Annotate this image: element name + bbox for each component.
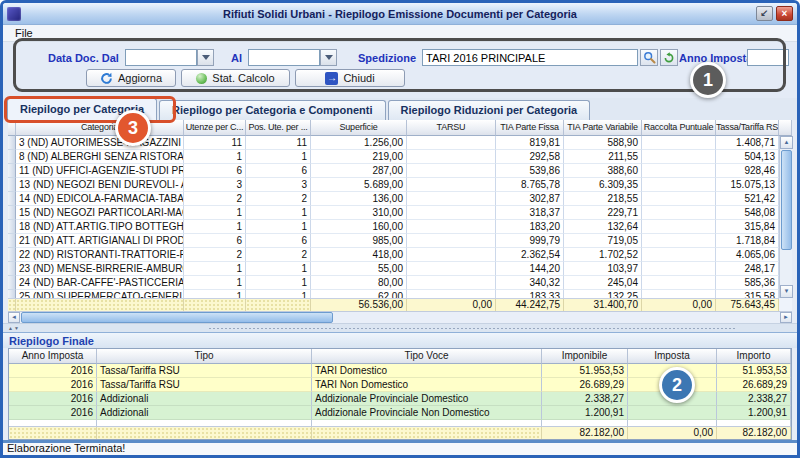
- aggiorna-button[interactable]: Aggiorna: [86, 69, 176, 87]
- table-row[interactable]: 24 (ND) BAR-CAFFE'-PASTICCERIA 1 1 80,00…: [8, 276, 779, 290]
- cell-tia-variabile: 388,60: [564, 164, 642, 178]
- col-tarsu[interactable]: TARSU: [407, 120, 496, 136]
- cell-tia-variabile: 245,04: [564, 276, 642, 290]
- col-tia-variabile[interactable]: TIA Parte Variabile: [564, 120, 642, 136]
- vertical-scrollbar-track[interactable]: [780, 251, 792, 285]
- col-tassa-rsu[interactable]: Tassa/Tariffa RSU: [716, 120, 779, 136]
- col-raccolta[interactable]: Raccolta Puntuale: [642, 120, 716, 136]
- empty-row: [9, 420, 791, 426]
- row-selector[interactable]: [8, 248, 16, 262]
- cell-categoria: 11 (ND) UFFICI-AGENZIE-STUDI PROFES: [16, 164, 184, 178]
- row-selector[interactable]: [8, 220, 16, 234]
- vertical-scrollbar[interactable]: ▲ ▼: [779, 136, 792, 298]
- row-selector[interactable]: [8, 192, 16, 206]
- horizontal-scrollbar-thumb[interactable]: [21, 312, 333, 323]
- tab-riepilogo-riduzioni[interactable]: Riepilogo Riduzioni per Categoria: [388, 100, 591, 120]
- horizontal-scrollbar[interactable]: ◄ ►: [8, 311, 792, 323]
- col-tipo-voce[interactable]: Tipo Voce: [312, 349, 542, 364]
- cell-imposta: [628, 406, 717, 420]
- table-row[interactable]: 22 (ND) RISTORANTI-TRATTORIE-PIZZER 2 2 …: [8, 248, 779, 262]
- anno-imposta-input[interactable]: [747, 49, 789, 66]
- cell-utenze: 3: [184, 178, 246, 192]
- cell-raccolta: [642, 234, 716, 248]
- restore-button[interactable]: ↙: [756, 6, 773, 21]
- row-selector[interactable]: [8, 136, 16, 150]
- splitter-arrows-icon: ▲▼: [8, 324, 20, 332]
- col-imposta[interactable]: Imposta: [628, 349, 717, 364]
- table-row[interactable]: 2016 Addizionali Addizionale Provinciale…: [9, 406, 791, 420]
- col-importo[interactable]: Importo: [717, 349, 791, 364]
- cell-pos-ute: 1: [246, 276, 311, 290]
- col-tipo[interactable]: Tipo: [97, 349, 312, 364]
- table-row[interactable]: 18 (ND) ATT.ARTIG.TIPO BOTTEGHE-FAL 1 1 …: [8, 220, 779, 234]
- category-grid-body: 3 (ND) AUTORIMESSE-MAGAZZINI SENZA 11 11…: [8, 136, 779, 298]
- row-selector[interactable]: [8, 206, 16, 220]
- row-selector[interactable]: [8, 290, 16, 298]
- table-row[interactable]: 25 (ND) SUPERMERCATO-GENERI ALIMEN 1 1 6…: [8, 290, 779, 298]
- date-from-dropdown-button[interactable]: [197, 49, 214, 66]
- table-row[interactable]: 13 (ND) NEGOZI BENI DUREVOLI- ABBIGL 3 3…: [8, 178, 779, 192]
- scroll-right-icon[interactable]: ►: [780, 312, 792, 323]
- row-selector[interactable]: [8, 234, 16, 248]
- col-imponibile[interactable]: Imponibile: [542, 349, 628, 364]
- toolbar: Data Doc. Dal Al Spedizione Anno Imposta: [3, 42, 797, 98]
- row-selector[interactable]: [8, 276, 16, 290]
- date-to-dropdown-button[interactable]: [320, 49, 337, 66]
- table-row[interactable]: 23 (ND) MENSE-BIRRERIE-AMBURGHERIE 1 1 5…: [8, 262, 779, 276]
- tab-riepilogo-categoria-componenti[interactable]: Riepilogo per Categoria e Componenti: [159, 100, 385, 120]
- reset-spedizione-button[interactable]: [660, 49, 678, 66]
- col-tia-fissa[interactable]: TIA Parte Fissa: [496, 120, 564, 136]
- table-row[interactable]: 8 (ND) ALBERGHI SENZA RISTORANTE 1 1 219…: [8, 150, 779, 164]
- row-selector[interactable]: [8, 164, 16, 178]
- annotation-step-3: 3: [115, 110, 151, 146]
- stat-calcolo-button[interactable]: Stat. Calcolo: [181, 69, 290, 87]
- col-categoria[interactable]: Categoria: [16, 120, 184, 136]
- titlebar: Rifiuti Solidi Urbani - Riepilogo Emissi…: [3, 3, 797, 25]
- annotation-step-2: 2: [659, 367, 695, 403]
- cell-categoria: 14 (ND) EDICOLA-FARMACIA-TABACCAI: [16, 192, 184, 206]
- chiudi-button[interactable]: → Chiudi: [295, 69, 405, 87]
- scroll-up-icon[interactable]: ▲: [780, 136, 793, 149]
- cell-categoria: 3 (ND) AUTORIMESSE-MAGAZZINI SENZA: [16, 136, 184, 150]
- total-utenze: [184, 299, 246, 311]
- row-selector[interactable]: [8, 262, 16, 276]
- cell-tarsu: [407, 220, 496, 234]
- close-button[interactable]: ×: [776, 6, 793, 21]
- row-selector[interactable]: [8, 150, 16, 164]
- cell-tarsu: [407, 276, 496, 290]
- cell-utenze: 2: [184, 248, 246, 262]
- spedizione-input[interactable]: [422, 49, 638, 66]
- scroll-left-icon[interactable]: ◄: [8, 312, 20, 323]
- table-row[interactable]: 14 (ND) EDICOLA-FARMACIA-TABACCAI 2 2 13…: [8, 192, 779, 206]
- table-row[interactable]: 21 (ND) ATT. ARTIGIANALI DI PROD.BEN 6 6…: [8, 234, 779, 248]
- splitter-handle[interactable]: ▲▼: [3, 323, 797, 332]
- cell-tarsu: [407, 192, 496, 206]
- col-superficie[interactable]: Superficie: [311, 120, 407, 136]
- col-pos-ute[interactable]: Pos. Ute. per ...: [246, 120, 311, 136]
- cell-utenze: 6: [184, 164, 246, 178]
- total-tia-fissa: 44.242,75: [496, 299, 564, 311]
- cell-tia-fissa: 539,86: [496, 164, 564, 178]
- cell-utenze: 1: [184, 276, 246, 290]
- menu-item-file[interactable]: File: [15, 27, 33, 39]
- riepilogo-finale-totals: 82.182,00 0,00 82.182,00: [9, 426, 791, 439]
- cell-tia-variabile: 103,97: [564, 262, 642, 276]
- scroll-down-icon[interactable]: ▼: [780, 285, 793, 298]
- col-anno-imposta[interactable]: Anno Imposta: [9, 349, 97, 364]
- cell-importo: 1.200,91: [717, 406, 791, 420]
- date-from-input[interactable]: [125, 49, 197, 66]
- cell-utenze: 1: [184, 220, 246, 234]
- vertical-scrollbar-thumb[interactable]: [781, 150, 792, 250]
- row-selector[interactable]: [8, 178, 16, 192]
- table-row[interactable]: 11 (ND) UFFICI-AGENZIE-STUDI PROFES 6 6 …: [8, 164, 779, 178]
- riepilogo-finale-header: Anno Imposta Tipo Tipo Voce Imponibile I…: [9, 349, 791, 364]
- date-to-input[interactable]: [248, 49, 320, 66]
- table-row[interactable]: 15 (ND) NEGOZI PARTICOLARI-MAGAZZ/ 1 1 3…: [8, 206, 779, 220]
- col-utenze[interactable]: Utenze per C...: [184, 120, 246, 136]
- cell-anno-imposta: 2016: [9, 406, 97, 420]
- cell-tassa-rsu: 585,36: [716, 276, 779, 290]
- search-button[interactable]: [640, 49, 658, 66]
- cell-tia-variabile: 132,64: [564, 220, 642, 234]
- horizontal-scrollbar-track[interactable]: [333, 312, 780, 323]
- cell-tassa-rsu: 504,13: [716, 150, 779, 164]
